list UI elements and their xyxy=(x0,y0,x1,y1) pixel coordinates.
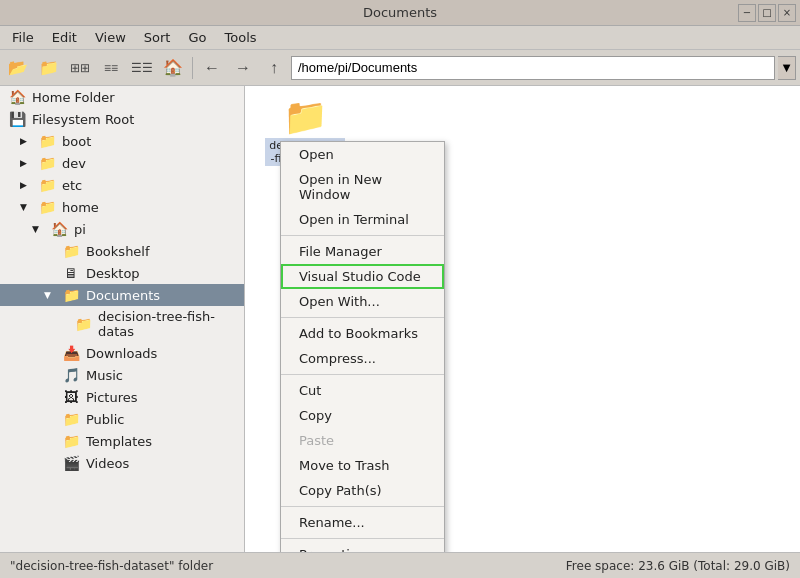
toolbar-nav-prev[interactable]: 📂 xyxy=(4,54,32,82)
title-bar: Documents − □ × xyxy=(0,0,800,26)
sidebar-item-videos[interactable]: ▶ 🎬 Videos xyxy=(0,452,244,474)
triangle-pi: ▼ xyxy=(32,224,44,234)
toolbar-home[interactable]: 🏠 xyxy=(159,54,187,82)
music-icon: 🎵 xyxy=(62,367,80,383)
toolbar-view-list[interactable]: ≡≡ xyxy=(97,54,125,82)
pictures-icon: 🖼 xyxy=(62,389,80,405)
sidebar-item-bookshelf[interactable]: ▶ 📁 Bookshelf xyxy=(0,240,244,262)
back-icon: ← xyxy=(204,59,220,77)
folder-icon-documents: 📁 xyxy=(62,287,80,303)
ctx-open-new-window[interactable]: Open in New Window xyxy=(281,167,444,207)
folder-icon-public: 📁 xyxy=(62,411,80,427)
sidebar-item-home[interactable]: ▼ 📁 home xyxy=(0,196,244,218)
ctx-sep2 xyxy=(281,317,444,318)
window-controls: − □ × xyxy=(738,4,796,22)
ctx-open[interactable]: Open xyxy=(281,142,444,167)
triangle-home: ▼ xyxy=(20,202,32,212)
context-menu: Open Open in New Window Open in Terminal… xyxy=(280,141,445,552)
minimize-button[interactable]: − xyxy=(738,4,756,22)
toolbar-view-compact[interactable]: ☰☰ xyxy=(128,54,156,82)
menu-view[interactable]: View xyxy=(87,28,134,47)
sidebar-label-boot: boot xyxy=(62,134,91,149)
sidebar-item-documents[interactable]: ▼ 📁 Documents xyxy=(0,284,244,306)
home-icon-pi: 🏠 xyxy=(50,221,68,237)
ctx-move-trash[interactable]: Move to Trash xyxy=(281,453,444,478)
ctx-properties[interactable]: Properties xyxy=(281,542,444,552)
sidebar-label-etc: etc xyxy=(62,178,82,193)
forward-icon: → xyxy=(235,59,251,77)
videos-icon: 🎬 xyxy=(62,455,80,471)
maximize-button[interactable]: □ xyxy=(758,4,776,22)
ctx-sep3 xyxy=(281,374,444,375)
folder-icon-dtree: 📁 xyxy=(74,316,92,332)
address-dropdown[interactable]: ▼ xyxy=(778,56,796,80)
ctx-open-terminal[interactable]: Open in Terminal xyxy=(281,207,444,232)
folder-icon-etc: 📁 xyxy=(38,177,56,193)
menu-sort[interactable]: Sort xyxy=(136,28,179,47)
toolbar: 📂 📁 ⊞⊞ ≡≡ ☰☰ 🏠 ← → ↑ ▼ xyxy=(0,50,800,86)
sidebar-item-public[interactable]: ▶ 📁 Public xyxy=(0,408,244,430)
sidebar-label-videos: Videos xyxy=(86,456,129,471)
ctx-add-bookmarks[interactable]: Add to Bookmarks xyxy=(281,321,444,346)
toolbar-view-icons[interactable]: ⊞⊞ xyxy=(66,54,94,82)
sidebar-item-boot[interactable]: ▶ 📁 boot xyxy=(0,130,244,152)
folder-icon-home: 📁 xyxy=(38,199,56,215)
grid-icon: ⊞⊞ xyxy=(70,61,90,75)
ctx-copy-path[interactable]: Copy Path(s) xyxy=(281,478,444,503)
home-toolbar-icon: 🏠 xyxy=(163,58,183,77)
menu-go[interactable]: Go xyxy=(180,28,214,47)
menu-edit[interactable]: Edit xyxy=(44,28,85,47)
ctx-file-manager[interactable]: File Manager xyxy=(281,239,444,264)
toolbar-forward[interactable]: → xyxy=(229,54,257,82)
sidebar-item-downloads[interactable]: ▶ 📥 Downloads xyxy=(0,342,244,364)
sidebar-item-music[interactable]: ▶ 🎵 Music xyxy=(0,364,244,386)
toolbar-up[interactable]: ↑ xyxy=(260,54,288,82)
ctx-rename[interactable]: Rename... xyxy=(281,510,444,535)
sidebar-item-dev[interactable]: ▶ 📁 dev xyxy=(0,152,244,174)
sidebar-label-public: Public xyxy=(86,412,124,427)
sidebar: 🏠 Home Folder 💾 Filesystem Root ▶ 📁 boot… xyxy=(0,86,245,552)
address-input[interactable] xyxy=(298,60,768,75)
sidebar-item-etc[interactable]: ▶ 📁 etc xyxy=(0,174,244,196)
triangle-etc: ▶ xyxy=(20,180,32,190)
sidebar-label-music: Music xyxy=(86,368,123,383)
sidebar-item-home-folder[interactable]: 🏠 Home Folder xyxy=(0,86,244,108)
status-left: "decision-tree-fish-dataset" folder xyxy=(10,559,213,573)
ctx-compress[interactable]: Compress... xyxy=(281,346,444,371)
sidebar-label-desktop: Desktop xyxy=(86,266,140,281)
folder-icon-bookshelf: 📁 xyxy=(62,243,80,259)
compact-icon: ☰☰ xyxy=(131,61,153,75)
sidebar-label-filesystem-root: Filesystem Root xyxy=(32,112,134,127)
up-icon: ↑ xyxy=(270,59,278,77)
sidebar-item-pictures[interactable]: ▶ 🖼 Pictures xyxy=(0,386,244,408)
main-content: 🏠 Home Folder 💾 Filesystem Root ▶ 📁 boot… xyxy=(0,86,800,552)
file-panel[interactable]: 📁 decision-tree-fish-dataset Open Open i… xyxy=(245,86,800,552)
status-right: Free space: 23.6 GiB (Total: 29.0 GiB) xyxy=(566,559,790,573)
menu-file[interactable]: File xyxy=(4,28,42,47)
triangle-boot: ▶ xyxy=(20,136,32,146)
folder-icon-dtree-main: 📁 xyxy=(283,96,328,138)
ctx-open-with[interactable]: Open With... xyxy=(281,289,444,314)
sidebar-label-documents: Documents xyxy=(86,288,160,303)
ctx-sep5 xyxy=(281,538,444,539)
menu-tools[interactable]: Tools xyxy=(217,28,265,47)
sidebar-item-pi[interactable]: ▼ 🏠 pi xyxy=(0,218,244,240)
sidebar-label-home-folder: Home Folder xyxy=(32,90,115,105)
close-button[interactable]: × xyxy=(778,4,796,22)
folder-icon-boot: 📁 xyxy=(38,133,56,149)
toolbar-nav-prev2[interactable]: 📁 xyxy=(35,54,63,82)
sidebar-item-decision-tree[interactable]: ▶ 📁 decision-tree-fish-datas xyxy=(0,306,244,342)
toolbar-back[interactable]: ← xyxy=(198,54,226,82)
ctx-vscode[interactable]: Visual Studio Code xyxy=(281,264,444,289)
ctx-cut[interactable]: Cut xyxy=(281,378,444,403)
ctx-copy[interactable]: Copy xyxy=(281,403,444,428)
triangle-documents: ▼ xyxy=(44,290,56,300)
sidebar-item-filesystem-root[interactable]: 💾 Filesystem Root xyxy=(0,108,244,130)
desktop-icon: 🖥 xyxy=(62,265,80,281)
folder-icon-dev: 📁 xyxy=(38,155,56,171)
ctx-sep1 xyxy=(281,235,444,236)
sidebar-item-desktop[interactable]: ▶ 🖥 Desktop xyxy=(0,262,244,284)
triangle-dev: ▶ xyxy=(20,158,32,168)
sidebar-item-templates[interactable]: ▶ 📁 Templates xyxy=(0,430,244,452)
ctx-sep4 xyxy=(281,506,444,507)
